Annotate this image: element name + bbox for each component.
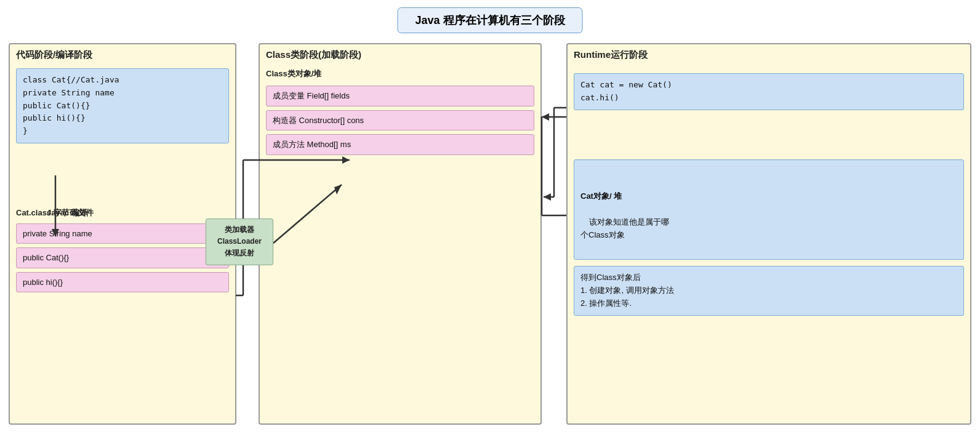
cat-obj-box: Cat对象/ 堆 该对象知道他是属于哪 个Class对象 xyxy=(574,159,964,260)
runtime-code-box: Cat cat = new Cat() cat.hi() xyxy=(574,73,964,110)
bytecode-item-0: private String name xyxy=(16,223,229,244)
main-title: Java 程序在计算机有三个阶段 xyxy=(397,7,582,33)
bytecode-title: Cat.class 字节码文件 xyxy=(10,205,235,220)
cat-obj-title: Cat对象/ 堆 xyxy=(580,190,957,203)
mid-item-2: 成员方法 Method[] ms xyxy=(266,134,534,155)
right-panel: Runtime运行阶段 Cat cat = new Cat() cat.hi()… xyxy=(566,43,971,425)
mid-panel-title: Class类阶段(加载阶段) xyxy=(260,44,540,63)
svg-marker-9 xyxy=(542,113,549,121)
mid-panel-subtitle: Class类对象/堆 xyxy=(260,66,540,81)
cat-obj-desc: 该对象知道他是属于哪 个Class对象 xyxy=(580,217,669,239)
mid-item-0: 成员变量 Field[] fields xyxy=(266,86,534,106)
reflection-desc-box: 得到Class对象后 1. 创建对象, 调用对象方法 2. 操作属性等. xyxy=(574,266,964,315)
svg-marker-15 xyxy=(544,193,551,201)
right-panel-title: Runtime运行阶段 xyxy=(568,44,970,63)
code-box: class Cat{//Cat.java private String name… xyxy=(16,68,229,143)
mid-item-1: 构造器 Constructor[] cons xyxy=(266,110,534,131)
javac-label: Javac 编译 xyxy=(47,207,87,218)
mid-panel: Class类阶段(加载阶段) Class类对象/堆 成员变量 Field[] f… xyxy=(259,43,542,425)
classloader-box: 类加载器 ClassLoader 体现反射 xyxy=(206,218,273,265)
bytecode-item-2: public hi(){} xyxy=(16,272,229,293)
left-panel-title: 代码阶段/编译阶段 xyxy=(10,44,235,63)
left-panel: 代码阶段/编译阶段 class Cat{//Cat.java private S… xyxy=(9,43,236,425)
bytecode-item-1: public Cat(){} xyxy=(16,247,229,268)
